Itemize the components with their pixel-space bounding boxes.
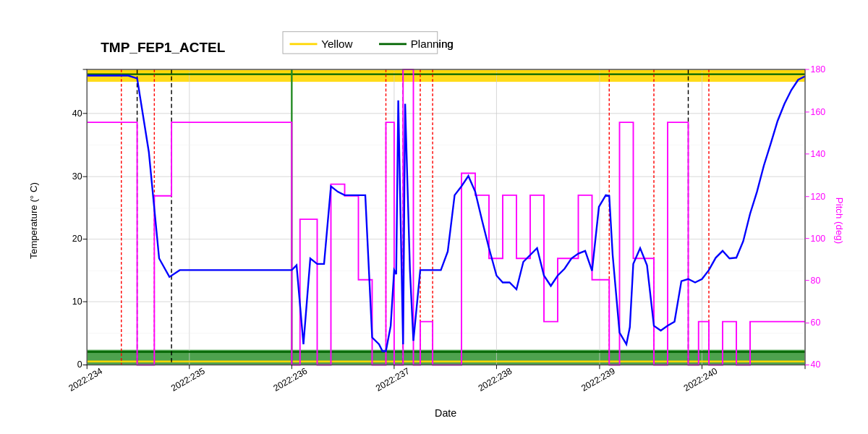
svg-text:60: 60 bbox=[811, 318, 821, 328]
chart-container: TMP_FEP1_ACTEL Yellow Planning Yellow Pl… bbox=[0, 0, 868, 434]
svg-text:80: 80 bbox=[811, 276, 821, 286]
svg-text:Planning: Planning bbox=[411, 38, 454, 50]
svg-text:120: 120 bbox=[811, 192, 826, 202]
svg-text:160: 160 bbox=[811, 107, 826, 117]
svg-text:180: 180 bbox=[811, 64, 826, 75]
svg-text:40: 40 bbox=[811, 359, 821, 370]
svg-text:30: 30 bbox=[72, 171, 82, 182]
svg-text:10: 10 bbox=[72, 297, 82, 307]
svg-text:Yellow: Yellow bbox=[321, 38, 352, 50]
chart-title: TMP_FEP1_ACTEL bbox=[101, 40, 225, 55]
svg-text:140: 140 bbox=[811, 149, 826, 159]
svg-text:100: 100 bbox=[811, 234, 826, 244]
x-axis-title: Date bbox=[435, 407, 456, 419]
y-left-title: Temperature (° C) bbox=[28, 182, 39, 259]
svg-text:0: 0 bbox=[77, 359, 82, 370]
y-right-title: Pitch (deg) bbox=[834, 197, 845, 244]
svg-text:40: 40 bbox=[72, 109, 82, 119]
svg-text:20: 20 bbox=[72, 234, 82, 244]
